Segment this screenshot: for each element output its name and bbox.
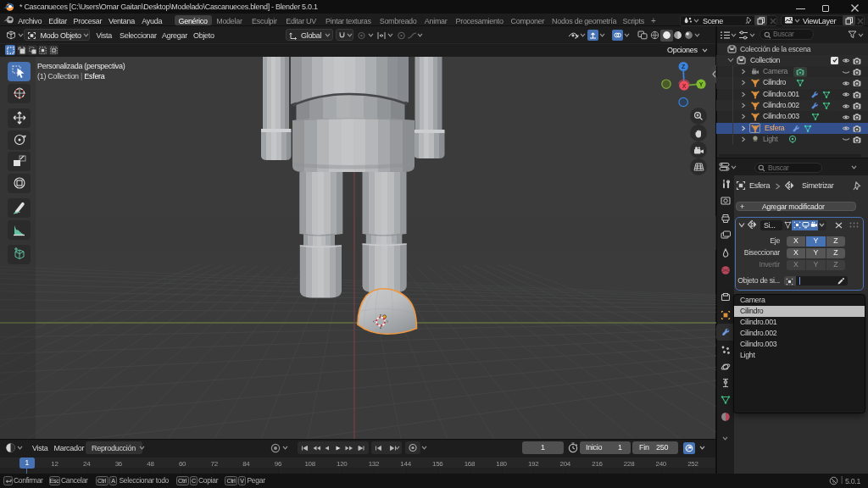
- svg-text:X: X: [682, 83, 687, 89]
- svg-text:Y: Y: [699, 81, 704, 87]
- svg-text:Z: Z: [682, 64, 686, 69]
